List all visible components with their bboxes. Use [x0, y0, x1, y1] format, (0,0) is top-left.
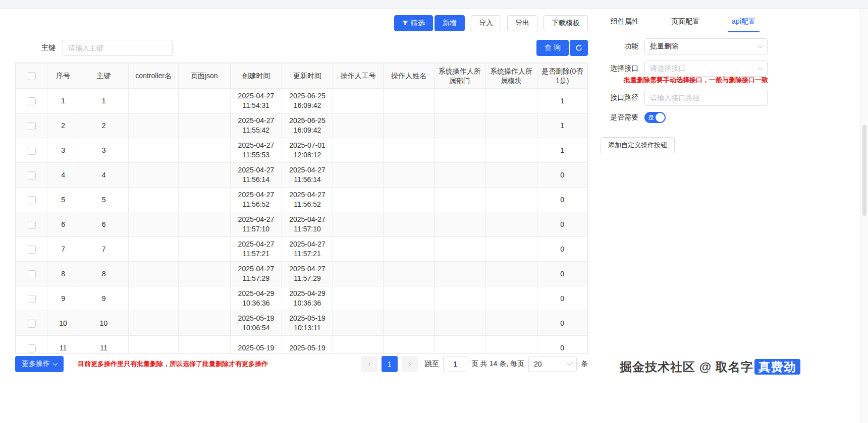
scrollbar-thumb[interactable]	[862, 125, 866, 216]
tab-page-config[interactable]: 页面配置	[671, 17, 699, 32]
import-button[interactable]: 导入	[471, 15, 501, 31]
cell-controller	[129, 163, 179, 188]
tab-api-config-label: api配置	[732, 17, 755, 25]
page-size-select[interactable]: 20	[528, 356, 577, 372]
row-checkbox[interactable]	[28, 122, 36, 130]
query-button[interactable]: 查 询	[536, 40, 569, 56]
row-checkbox[interactable]	[28, 270, 36, 278]
funnel-icon	[402, 20, 408, 26]
table-row: 222025-04-27 11:55:422025-06-25 16:09:42…	[16, 113, 587, 138]
jump-page-input[interactable]	[443, 356, 467, 372]
page-size-unit: 条	[581, 359, 588, 369]
cell-deleted: 0	[537, 212, 587, 237]
cell-key: 7	[79, 237, 129, 262]
interface-select-placeholder: 请选择接口	[650, 64, 685, 73]
watermark-highlight: 真费劲	[754, 359, 800, 375]
cell-module	[485, 262, 537, 286]
row-select-cell	[16, 262, 47, 286]
cell-updated: 2025-07-01 12:08:12	[282, 138, 333, 163]
cell-op_id	[333, 188, 384, 212]
cell-dept	[435, 188, 485, 212]
cell-updated: 2025-04-27 11:57:10	[282, 212, 333, 237]
row-checkbox[interactable]	[28, 246, 36, 254]
cell-dept	[435, 262, 485, 286]
filter-button[interactable]: 筛选	[394, 15, 433, 31]
more-actions-button[interactable]: 更多操作	[15, 356, 64, 372]
cell-dept	[435, 113, 485, 138]
row-checkbox[interactable]	[28, 171, 36, 179]
path-row: 接口路径	[598, 90, 780, 106]
cell-dept	[435, 311, 485, 336]
cell-json	[178, 286, 230, 311]
cell-no: 3	[47, 138, 79, 163]
cell-no: 4	[47, 163, 79, 188]
cell-no: 6	[47, 212, 79, 237]
interface-select[interactable]: 请选择接口	[644, 61, 768, 77]
column-header: controller名	[129, 64, 179, 89]
add-custom-action-button[interactable]: 添加自定义操作按钮	[601, 137, 675, 153]
column-header: 操作人姓名	[384, 64, 435, 89]
row-checkbox[interactable]	[28, 295, 36, 303]
cell-created: 2025-04-27 11:55:53	[230, 138, 282, 163]
filter-button-label: 筛选	[411, 19, 425, 28]
cell-op_id	[333, 286, 384, 311]
cell-dept	[435, 138, 485, 163]
cell-key: 5	[79, 188, 129, 212]
cell-module	[485, 212, 537, 237]
cell-updated: 2025-04-27 11:56:14	[282, 163, 333, 188]
cell-created: 2025-04-29 10:36:36	[230, 286, 282, 311]
download-template-button[interactable]: 下载模板	[544, 15, 588, 31]
next-page-button[interactable]: ›	[402, 356, 418, 372]
page-number-current[interactable]: 1	[382, 356, 398, 372]
need-toggle-value: 是	[648, 113, 654, 122]
cell-key: 6	[79, 212, 129, 237]
refresh-button[interactable]	[570, 40, 588, 56]
cell-op_name	[384, 286, 435, 311]
page-scrollbar[interactable]	[860, 9, 868, 423]
data-table-container: 序号主键controller名页面json创建时间更新时间操作人工号操作人姓名系…	[15, 63, 588, 354]
tab-api-config[interactable]: api配置	[732, 17, 755, 32]
function-select[interactable]: 批量删除	[644, 38, 768, 54]
cell-controller	[129, 286, 179, 311]
need-toggle[interactable]: 是	[644, 112, 666, 123]
row-checkbox[interactable]	[28, 147, 36, 155]
row-select-cell	[16, 188, 47, 212]
more-actions-label: 更多操作	[22, 359, 50, 369]
cell-no: 10	[47, 311, 79, 336]
row-checkbox[interactable]	[28, 196, 36, 204]
watermark-text: 掘金技术社区 @ 取名字	[620, 360, 753, 374]
row-checkbox[interactable]	[28, 344, 36, 352]
add-custom-action-label: 添加自定义操作按钮	[608, 141, 667, 149]
cell-key: 3	[79, 138, 129, 163]
tab-component-props[interactable]: 组件属性	[611, 17, 639, 32]
cell-controller	[129, 188, 179, 212]
select-all-checkbox[interactable]	[28, 72, 36, 80]
prev-page-button[interactable]: ‹	[361, 356, 377, 372]
watermark: 掘金技术社区 @ 取名字真费劲	[620, 359, 800, 375]
export-button[interactable]: 导出	[507, 15, 537, 31]
cell-deleted: 0	[537, 188, 587, 212]
table-row: 662025-04-27 11:57:102025-04-27 11:57:10…	[16, 212, 587, 237]
table-row: 992025-04-29 10:36:362025-04-29 10:36:36…	[16, 286, 587, 311]
primary-key-input[interactable]	[63, 40, 173, 56]
cell-op_name	[384, 113, 435, 138]
row-checkbox[interactable]	[28, 320, 36, 328]
cell-updated: 2025-05-19 10:13:11	[282, 311, 333, 336]
column-header: 序号	[47, 64, 79, 89]
cell-op_name	[384, 311, 435, 336]
row-checkbox[interactable]	[28, 221, 36, 229]
cell-created: 2025-04-27 11:55:42	[230, 113, 282, 138]
cell-no: 9	[47, 286, 79, 311]
cell-deleted: 1	[537, 138, 587, 163]
cell-key: 1	[79, 89, 129, 113]
cell-updated: 2025-04-27 11:56:52	[282, 188, 333, 212]
row-checkbox[interactable]	[28, 97, 36, 105]
cell-json	[178, 212, 230, 237]
cell-dept	[435, 286, 485, 311]
column-header: 系统操作人所属模块	[485, 64, 537, 89]
add-button-label: 新增	[443, 19, 457, 28]
cell-op_name	[384, 188, 435, 212]
cell-created: 2025-05-19 10:06:54	[230, 311, 282, 336]
path-input[interactable]	[644, 90, 768, 106]
add-button[interactable]: 新增	[435, 15, 465, 31]
